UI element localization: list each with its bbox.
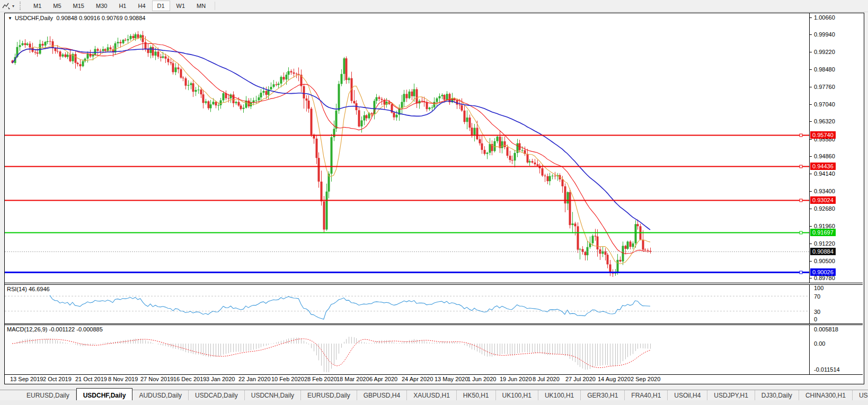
timeframe-button-d1[interactable]: D1 (152, 1, 170, 11)
rsi-pane: RSI(14) 46.6946 10070300 (5, 284, 863, 324)
candle-body (326, 192, 328, 230)
line-handle[interactable] (800, 134, 802, 137)
candle-body (104, 49, 107, 51)
candle-body (62, 55, 64, 57)
candle-body (150, 47, 152, 53)
rsi-axis[interactable]: 10070300 (809, 285, 863, 323)
chart-tab-uk100-h1[interactable]: UK100,H1 (538, 390, 581, 400)
timeframe-button-h4[interactable]: H4 (132, 1, 150, 11)
candle-body (308, 101, 310, 109)
date-axis[interactable]: 13 Sep 20192 Oct 201921 Oct 20198 Nov 20… (5, 375, 863, 384)
candle-body (205, 101, 207, 103)
candle-body (255, 100, 258, 101)
collapse-triangle-icon[interactable]: ▼ (8, 16, 12, 21)
candle-body (155, 52, 157, 56)
date-axis-label: 27 Nov 2019 (140, 376, 173, 382)
candle-body (102, 49, 104, 51)
chart-tab-usoil-h1[interactable]: USOil,H1 (853, 390, 868, 400)
candle-body (335, 111, 338, 129)
timeframe-buttons: M1M5M15M30H1H4D1W1MN (28, 1, 211, 11)
timeframe-button-m30[interactable]: M30 (91, 1, 112, 11)
candle-body (358, 110, 360, 127)
candle-body (135, 34, 137, 39)
price-axis[interactable]: 1.006600.999400.992200.984800.977600.970… (809, 13, 863, 283)
line-handle[interactable] (800, 165, 802, 168)
candle-body (529, 161, 531, 163)
candle-body (592, 236, 594, 243)
chart-tab-usdcad-daily[interactable]: USDCAD,Daily (189, 390, 245, 400)
candle-body (323, 201, 325, 229)
axis-tick (810, 121, 812, 122)
price-axis-label: 0.93400 (814, 188, 835, 194)
price-axis-label: 0.97760 (814, 84, 835, 90)
candle-body (280, 77, 282, 84)
date-axis-label: 18 Mar 2020 (336, 376, 369, 382)
chart-tab-eurusd-daily[interactable]: EURUSD,Daily (20, 390, 76, 400)
candle-body (97, 49, 99, 51)
timeframe-button-m5[interactable]: M5 (48, 1, 66, 11)
price-badge: 0.95740 (810, 131, 836, 139)
chart-tab-usdjpy-h1[interactable]: USDJPY,H1 (707, 390, 755, 400)
chart-title[interactable]: ▼USDCHF,Daily 0.90848 0.90916 0.90769 0.… (8, 15, 145, 21)
date-axis-label: 16 Dec 2019 (173, 376, 206, 382)
macd-plot[interactable] (5, 325, 809, 373)
candle-body (286, 75, 288, 79)
candle-body (110, 47, 112, 49)
candle-body (544, 176, 546, 176)
candle-body (466, 118, 468, 122)
macd-axis[interactable]: 0.0058180.00-0.011514 (809, 325, 863, 374)
chart-tab-gbpusd-h4[interactable]: GBPUSD,H4 (357, 390, 407, 400)
macd-label: MACD(12,26,9) -0.001122 -0.000885 (7, 326, 103, 332)
timeframe-button-m15[interactable]: M15 (68, 1, 90, 11)
candle-body (125, 40, 127, 40)
candle-body (228, 98, 230, 99)
toolbar-grip[interactable] (20, 2, 23, 10)
axis-tick (810, 278, 812, 278)
candle-body (180, 69, 182, 78)
price-badge: 0.91697 (810, 229, 836, 236)
axis-tick (810, 261, 812, 262)
chart-tab-ger30-h1[interactable]: GER30,H1 (581, 390, 625, 400)
candle-body (595, 236, 597, 236)
chart-tab-eurusd-daily[interactable]: EURUSD,Daily (301, 390, 357, 400)
chart-tab-xauusd-h1[interactable]: XAUUSD,H1 (407, 390, 457, 400)
chart-tab-dj30-daily[interactable]: DJ30,Daily (755, 390, 799, 400)
chart-tab-bar: EURUSD,DailyUSDCHF,DailyAUDUSD,DailyUSDC… (0, 390, 868, 400)
line-handle[interactable] (800, 199, 802, 202)
chart-tab-china300-h1[interactable]: CHINA300,H1 (799, 390, 853, 400)
candle-body (273, 84, 275, 87)
timeframe-button-mn[interactable]: MN (191, 1, 211, 11)
line-handle[interactable] (800, 231, 802, 234)
candlestick-plot[interactable] (5, 13, 809, 282)
candle-body (484, 150, 486, 154)
candle-body (192, 83, 194, 92)
candle-body (190, 83, 192, 85)
candle-body (265, 91, 268, 95)
chart-tab-usdchf-daily[interactable]: USDCHF,Daily (76, 388, 133, 400)
candle-body (67, 55, 69, 57)
chart-tab-usoil-h4[interactable]: USOil,H4 (668, 390, 707, 400)
line-handle[interactable] (800, 271, 802, 274)
candle-body (55, 48, 57, 51)
timeframe-button-m1[interactable]: M1 (28, 1, 47, 11)
candle-body (137, 34, 139, 38)
candle-body (117, 42, 119, 43)
candle-body (416, 89, 418, 104)
chart-tab-fra40-h1[interactable]: FRA40,H1 (625, 390, 668, 400)
candle-body (364, 115, 366, 121)
candle-body (607, 255, 609, 264)
price-badge: 0.90884 (810, 248, 836, 255)
chart-tab-usdcnh-daily[interactable]: USDCNH,Daily (245, 390, 301, 400)
candle-body (167, 59, 170, 62)
rsi-plot[interactable] (5, 285, 809, 322)
chart-tab-audusd-daily[interactable]: AUDUSD,Daily (132, 390, 189, 400)
rsi-line (50, 295, 650, 319)
timeframe-button-h1[interactable]: H1 (113, 1, 131, 11)
chart-tab-hk50-h1[interactable]: HK50,H1 (457, 390, 496, 400)
timeframe-button-w1[interactable]: W1 (171, 1, 191, 11)
chart-tool-button[interactable]: ▾ (0, 1, 17, 11)
chart-tab-uk100-h1[interactable]: UK100,H1 (496, 390, 538, 400)
candle-body (22, 43, 24, 46)
candle-body (238, 102, 240, 106)
candle-body (162, 57, 164, 58)
